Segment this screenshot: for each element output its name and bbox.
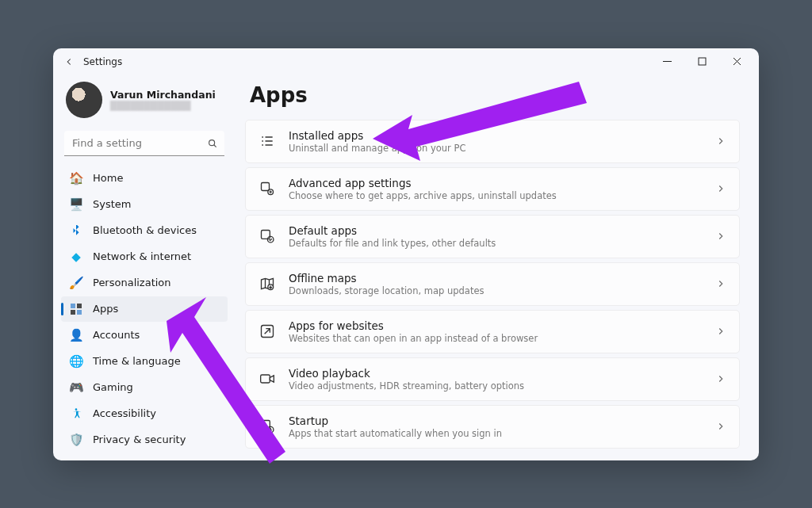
sidebar-item-bluetooth[interactable]: Bluetooth & devices <box>61 218 228 243</box>
back-button[interactable] <box>58 51 80 73</box>
sidebar-item-apps[interactable]: Apps <box>61 296 228 322</box>
card-subtitle: Video adjustments, HDR streaming, batter… <box>289 380 703 392</box>
user-profile[interactable]: Varun Mirchandani ████████████ <box>61 80 228 128</box>
sidebar-item-label: Apps <box>93 303 118 315</box>
minimize-icon <box>663 57 672 66</box>
maximize-icon <box>698 57 707 66</box>
card-subtitle: Defaults for file and link types, other … <box>289 238 703 249</box>
accounts-icon: 👤 <box>69 328 83 342</box>
personalization-icon: 🖌️ <box>69 276 83 290</box>
chevron-right-icon <box>715 183 726 194</box>
chevron-right-icon <box>715 326 726 337</box>
settings-cards: Installed apps Uninstall and manage apps… <box>245 120 740 449</box>
sidebar-item-label: Privacy & security <box>93 434 186 445</box>
sidebar-item-label: Personalization <box>93 277 171 288</box>
sidebar-item-personalization[interactable]: 🖌️Personalization <box>61 270 228 296</box>
card-subtitle: Apps that start automatically when you s… <box>289 428 703 439</box>
card-subtitle: Downloads, storage location, map updates <box>289 285 703 296</box>
svg-point-6 <box>75 408 78 411</box>
sidebar-item-accessibility[interactable]: Accessibility <box>61 401 228 426</box>
card-subtitle: Choose where to get apps, archive apps, … <box>289 190 703 201</box>
default-apps-icon <box>259 227 276 245</box>
chevron-right-icon <box>715 136 726 147</box>
card-title: Apps for websites <box>289 319 703 332</box>
window-body: Varun Mirchandani ████████████ 🏠Home 🖥️S… <box>53 75 759 460</box>
svg-rect-13 <box>261 375 270 383</box>
sidebar-item-label: Network & internet <box>93 250 191 262</box>
avatar <box>66 82 102 118</box>
accessibility-icon <box>69 407 83 421</box>
search-box <box>64 131 224 156</box>
close-icon <box>733 57 741 66</box>
chevron-right-icon <box>715 421 726 432</box>
sidebar-item-network[interactable]: ◆Network & internet <box>61 244 228 269</box>
sidebar-item-label: System <box>93 198 131 210</box>
sidebar-item-privacy[interactable]: 🛡️Privacy & security <box>61 427 228 453</box>
svg-rect-4 <box>71 310 75 315</box>
apps-icon <box>69 302 83 316</box>
sidebar-item-accounts[interactable]: 👤Accounts <box>61 323 228 348</box>
svg-rect-0 <box>699 58 706 65</box>
installed-apps-icon <box>259 132 276 150</box>
settings-window: Settings Varun Mirchandani ████████████ <box>53 48 759 460</box>
card-subtitle: Websites that can open in an app instead… <box>289 333 703 344</box>
window-controls <box>649 50 754 74</box>
card-subtitle: Uninstall and manage apps on your PC <box>289 143 703 154</box>
sidebar-item-system[interactable]: 🖥️System <box>61 192 228 217</box>
card-title: Offline maps <box>289 272 703 285</box>
bluetooth-icon <box>69 223 83 238</box>
chevron-right-icon <box>715 231 726 242</box>
titlebar: Settings <box>53 48 759 75</box>
card-title: Default apps <box>289 224 703 237</box>
sidebar-item-gaming[interactable]: 🎮Gaming <box>61 375 228 400</box>
sidebar-item-label: Time & language <box>93 355 181 367</box>
sidebar-item-label: Accounts <box>93 329 140 341</box>
svg-rect-5 <box>77 310 82 315</box>
sidebar-item-label: Home <box>93 172 123 184</box>
card-installed-apps[interactable]: Installed apps Uninstall and manage apps… <box>245 120 740 163</box>
card-default-apps[interactable]: Default apps Defaults for file and link … <box>245 215 740 258</box>
card-title: Video playback <box>289 367 703 380</box>
svg-point-1 <box>209 139 215 145</box>
sidebar-nav: 🏠Home 🖥️System Bluetooth & devices ◆Netw… <box>61 166 228 453</box>
search-input[interactable] <box>64 131 224 156</box>
privacy-icon: 🛡️ <box>69 433 83 447</box>
svg-rect-7 <box>262 183 270 191</box>
profile-name: Varun Mirchandani <box>110 89 216 101</box>
startup-icon <box>259 418 276 435</box>
home-icon: 🏠 <box>69 171 83 185</box>
gaming-icon: 🎮 <box>69 380 83 395</box>
sidebar-item-time[interactable]: 🌐Time & language <box>61 349 228 374</box>
video-playback-icon <box>259 370 276 388</box>
sidebar-item-label: Accessibility <box>93 407 156 419</box>
system-icon: 🖥️ <box>69 197 83 212</box>
page-title: Apps <box>250 83 740 107</box>
card-title: Installed apps <box>289 129 703 142</box>
card-video-playback[interactable]: Video playback Video adjustments, HDR st… <box>245 357 740 401</box>
sidebar-item-label: Gaming <box>93 381 133 393</box>
search-icon <box>207 138 218 149</box>
svg-rect-2 <box>71 304 75 308</box>
sidebar: Varun Mirchandani ████████████ 🏠Home 🖥️S… <box>53 75 236 460</box>
main-content: Apps Installed apps Uninstall and manage… <box>236 75 759 460</box>
time-icon: 🌐 <box>69 354 83 369</box>
advanced-settings-icon <box>259 180 276 197</box>
maximize-button[interactable] <box>684 50 719 74</box>
card-advanced-app-settings[interactable]: Advanced app settings Choose where to ge… <box>245 167 740 211</box>
svg-rect-3 <box>77 304 82 308</box>
minimize-button[interactable] <box>649 50 684 74</box>
card-apps-for-websites[interactable]: Apps for websites Websites that can open… <box>245 310 740 353</box>
card-offline-maps[interactable]: Offline maps Downloads, storage location… <box>245 262 740 306</box>
window-title: Settings <box>83 56 122 67</box>
sidebar-item-label: Bluetooth & devices <box>93 224 197 236</box>
chevron-right-icon <box>715 373 726 384</box>
network-icon: ◆ <box>69 250 83 264</box>
profile-email: ████████████ <box>110 101 216 111</box>
back-arrow-icon <box>63 56 75 67</box>
card-title: Advanced app settings <box>289 177 703 189</box>
close-button[interactable] <box>719 50 754 74</box>
card-startup[interactable]: Startup Apps that start automatically wh… <box>245 405 740 449</box>
sidebar-item-home[interactable]: 🏠Home <box>61 166 228 191</box>
offline-maps-icon <box>259 275 276 292</box>
card-title: Startup <box>289 414 703 427</box>
